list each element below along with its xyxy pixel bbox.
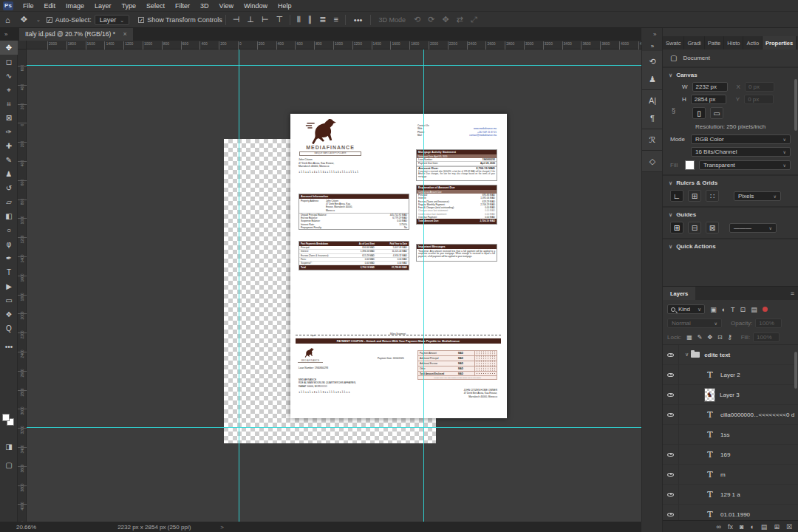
horizontal-guide-2[interactable] (27, 427, 641, 428)
rulers-grids-section-header[interactable]: ∨Rulers & Grids (663, 175, 798, 188)
layer-name[interactable]: cilla0000000...<<<<<<<<0 d (720, 412, 794, 418)
eyedropper-tool[interactable]: ✑ (0, 125, 18, 139)
distribute-left-icon[interactable]: ≣ (316, 15, 330, 24)
layer-name[interactable]: Layer 3 (720, 392, 740, 398)
layer-row[interactable]: TLayer 2 (663, 365, 798, 385)
layer-mask-icon[interactable]: ◙ (740, 523, 743, 531)
distribute-top-icon[interactable]: ≡ (330, 15, 341, 24)
link-layers-icon[interactable]: ∞ (717, 523, 721, 531)
bit-depth-select[interactable]: 16 Bits/Channel∨ (691, 147, 791, 157)
filter-shape-icon[interactable]: ⊡ (740, 306, 746, 313)
toggle-rulers-icon[interactable]: ∟ (670, 190, 683, 202)
foreground-background-swatches[interactable] (2, 414, 16, 427)
contact-value[interactable]: contact@mediafinance.ma (469, 134, 497, 137)
link-dimensions-icon[interactable]: § (672, 107, 675, 115)
quick-actions-section-header[interactable]: ∨Quick Actions (663, 239, 798, 252)
group-expand-icon[interactable]: ∨ (685, 352, 689, 358)
marquee-tool[interactable]: ◻ (0, 55, 18, 69)
filter-toggle-icon[interactable] (763, 307, 768, 312)
menu-select[interactable]: Select (141, 0, 170, 12)
filter-pixel-icon[interactable]: ▣ (710, 306, 717, 313)
fill-select[interactable]: Transparent∨ (699, 160, 791, 170)
eye-cell[interactable] (663, 345, 679, 365)
show-transform-checkbox[interactable]: ✓ (138, 17, 144, 23)
guide-style-select[interactable]: ———∨ (729, 223, 777, 233)
layer-name[interactable]: m (720, 471, 726, 478)
coupon-amount-cell[interactable] (474, 366, 497, 371)
adjustment-layer-icon[interactable]: ◐ (750, 523, 754, 531)
align-center-h-icon[interactable]: ⊥ (243, 15, 258, 24)
coupon-amount-cell[interactable] (474, 356, 497, 361)
new-guide-layout-icon[interactable]: ⊞ (670, 222, 683, 233)
auto-select-dropdown[interactable]: Layer⌄ (95, 15, 129, 25)
coupon-amount-cell[interactable] (474, 361, 497, 366)
menu-image[interactable]: Image (61, 0, 89, 12)
gradient-tool[interactable]: ◧ (0, 209, 18, 223)
layer-visibility-icon[interactable] (667, 373, 674, 377)
delete-layer-icon[interactable]: ☒ (786, 523, 792, 531)
lock-paint-icon[interactable]: ✎ (698, 334, 703, 341)
toggle-grid-icon[interactable]: ⊞ (688, 190, 701, 202)
align-right-icon[interactable]: ⊢ (258, 15, 273, 24)
canvas-width-field[interactable]: 2232 px (692, 82, 728, 92)
vertical-ruler[interactable]: 6004002000200400600800100012001400160018… (18, 50, 27, 522)
move-tool[interactable]: ✥ (0, 41, 18, 55)
eye-cell[interactable] (663, 385, 679, 405)
object-selection-tool[interactable]: ⌖ (0, 83, 18, 97)
layer-visibility-icon[interactable] (667, 453, 674, 457)
history-brush-tool[interactable]: ↺ (0, 181, 18, 195)
menu-help[interactable]: Help (273, 0, 297, 12)
zoom-tool[interactable]: Q (0, 321, 18, 335)
layer-effects-icon[interactable]: fx (728, 523, 733, 531)
lock-artboard-icon[interactable]: ⊡ (717, 334, 723, 341)
mode-select[interactable]: RGB Color∨ (691, 134, 791, 144)
current-tool-icon[interactable]: ✥ (16, 15, 33, 24)
menu-layer[interactable]: Layer (89, 0, 117, 12)
eye-cell[interactable] (663, 485, 679, 505)
lock-move-icon[interactable]: ✥ (707, 334, 712, 341)
landscape-orientation-button[interactable]: ▭ (710, 107, 723, 119)
document-page[interactable]: MEDIAFINANCE BANQUE MAROCAINE POPULAIRE … (290, 114, 507, 418)
status-arrow-icon[interactable]: > (220, 524, 224, 531)
tool-caret-icon[interactable]: ⌄ (36, 17, 41, 23)
layer-visibility-icon[interactable] (667, 353, 674, 357)
eye-cell[interactable] (663, 445, 679, 465)
materials-panel-icon[interactable]: ◇ (642, 152, 663, 170)
home-icon[interactable]: ⌂ (0, 16, 16, 24)
more-options-icon[interactable]: ••• (349, 16, 368, 24)
shape-tool[interactable]: ▭ (0, 293, 18, 307)
clone-source-panel-icon[interactable]: ♟ (642, 70, 663, 88)
panel-collapse-icon[interactable]: » (642, 41, 663, 51)
eraser-tool[interactable]: ▱ (0, 195, 18, 209)
portrait-orientation-button[interactable]: ▯ (692, 107, 706, 119)
properties-scrollbar[interactable] (794, 79, 797, 131)
canvas-height-field[interactable]: 2854 px (691, 95, 726, 104)
tab-layers[interactable]: Layers (663, 287, 695, 300)
menu-3d[interactable]: 3D (195, 0, 214, 12)
layer-row[interactable]: ♞Layer 3 (663, 385, 798, 405)
layer-row[interactable]: T169 (663, 445, 798, 465)
menu-filter[interactable]: Filter (170, 0, 195, 12)
coupon-amount-cell[interactable] (474, 351, 497, 355)
align-top-icon[interactable]: ⊤ (273, 15, 287, 24)
layer-visibility-icon[interactable] (667, 493, 674, 497)
layer-name[interactable]: Layer 2 (720, 372, 740, 378)
tab-properties[interactable]: Properties (763, 36, 797, 50)
pen-tool[interactable]: ✒ (0, 251, 18, 265)
menu-view[interactable]: View (214, 0, 239, 12)
distribute-h-icon[interactable]: ∥ (304, 15, 316, 24)
toggle-pixel-grid-icon[interactable]: ∷ (706, 190, 719, 202)
toolbar-more-icon[interactable]: ••• (0, 340, 18, 354)
layer-visibility-icon[interactable] (667, 393, 674, 397)
lock-all-icon[interactable]: ⚷ (728, 334, 732, 341)
healing-brush-tool[interactable]: ✚ (0, 139, 18, 153)
new-layer-icon[interactable]: ⊞ (774, 523, 780, 531)
layer-visibility-icon[interactable] (667, 473, 674, 477)
eye-cell[interactable] (663, 365, 679, 385)
lock-transparency-icon[interactable]: ▦ (686, 334, 692, 341)
document-tab[interactable]: Italy id.psd @ 20.7% (RGB/16) * × (19, 28, 133, 41)
toolbar-collapse-icon[interactable]: » (4, 31, 7, 38)
layer-thumbnail[interactable]: ♞ (704, 388, 715, 402)
clear-guides-icon[interactable]: ⊠ (706, 222, 719, 233)
distribute-v-icon[interactable]: ⫴ (293, 15, 304, 24)
